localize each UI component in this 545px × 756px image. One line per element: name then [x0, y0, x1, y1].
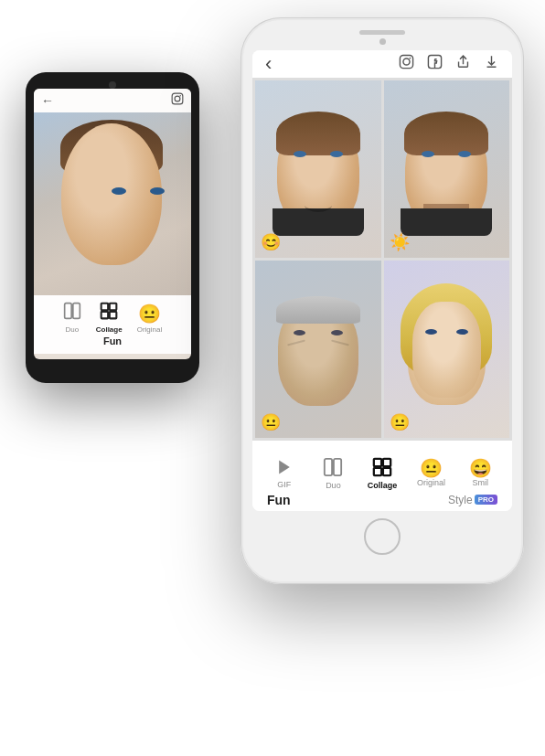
android-back-icon[interactable]: ←	[41, 93, 54, 108]
svg-rect-9	[400, 55, 412, 68]
iphone-duo-icon	[323, 457, 343, 480]
old-man-face	[278, 301, 358, 406]
iphone-smile-icon: 😄	[469, 459, 492, 477]
pro-badge: PRO	[475, 495, 497, 505]
iphone-back-button[interactable]: ‹	[265, 52, 272, 76]
iphone-bottom-nav: Fun Style PRO	[260, 493, 505, 507]
android-phone: ←	[26, 72, 199, 383]
android-duo-label: Duo	[65, 325, 79, 334]
android-screen: ←	[34, 89, 191, 359]
young-man-smiling-face	[277, 119, 359, 229]
android-original-icon: 😐	[138, 303, 161, 325]
iphone-tab-gif[interactable]: GIF	[265, 458, 304, 489]
iphone-original-icon: 😐	[420, 459, 443, 477]
svg-rect-6	[110, 303, 117, 311]
iphone-gif-icon	[275, 458, 294, 479]
iphone-gif-label: GIF	[277, 480, 291, 489]
grid-cell-4: 😐	[384, 261, 510, 438]
svg-rect-19	[383, 467, 390, 474]
iphone-top-icons	[399, 54, 499, 73]
iphone-tab-collage[interactable]: Collage	[363, 457, 401, 490]
iphone-camera	[379, 38, 386, 45]
android-fun-title: Fun	[103, 335, 122, 346]
cell2-emoji: ☀️	[390, 232, 410, 252]
iphone-style-section: Style PRO	[448, 494, 497, 506]
android-top-bar: ←	[34, 89, 191, 112]
svg-rect-0	[172, 93, 183, 104]
iphone-image-grid: 😊 ☀️	[252, 78, 512, 441]
iphone-status-bar: ‹	[252, 50, 512, 78]
svg-point-2	[180, 95, 181, 96]
iphone-home-button[interactable]	[364, 518, 401, 555]
iphone-instagram-icon[interactable]	[399, 54, 414, 73]
android-tab-collage[interactable]: Collage	[96, 302, 123, 334]
svg-marker-13	[279, 460, 290, 474]
iphone-share-icon[interactable]	[455, 54, 471, 73]
iphone-fun-label: Fun	[267, 493, 291, 507]
svg-rect-18	[374, 467, 381, 474]
iphone-style-text: Style	[448, 494, 473, 506]
svg-rect-17	[383, 458, 390, 465]
svg-rect-3	[64, 303, 71, 319]
iphone-download-icon[interactable]	[484, 54, 499, 73]
iphone-tab-smile[interactable]: 😄 Smil	[461, 459, 499, 487]
svg-point-1	[175, 96, 180, 101]
iphone-duo-label: Duo	[326, 481, 341, 490]
woman-face	[408, 297, 486, 405]
iphone-smile-label: Smil	[472, 478, 488, 487]
android-collage-label: Collage	[96, 325, 123, 334]
svg-rect-4	[73, 303, 80, 319]
svg-point-11	[410, 58, 411, 59]
svg-rect-5	[102, 303, 109, 311]
iphone-collage-label: Collage	[368, 481, 398, 490]
android-tab-duo[interactable]: Duo	[63, 302, 81, 334]
iphone-original-label: Original	[417, 478, 445, 487]
android-duo-icon	[63, 302, 81, 325]
iphone-tabs-row: GIF Duo	[260, 457, 505, 490]
iphone-collage-icon	[372, 457, 392, 480]
cell3-emoji: 😐	[261, 412, 281, 432]
scene: ←	[16, 17, 529, 740]
android-instagram-icon[interactable]	[171, 92, 184, 108]
iphone-tab-original[interactable]: 😐 Original	[412, 459, 451, 487]
grid-cell-1: 😊	[255, 80, 381, 258]
grid-cell-3: 😐	[255, 261, 381, 438]
android-bottom-bar: Duo Collage	[34, 295, 191, 354]
iphone: ‹	[240, 17, 524, 584]
iphone-speaker	[359, 30, 405, 35]
iphone-screen: ‹	[252, 50, 512, 511]
svg-point-10	[403, 59, 410, 65]
android-original-label: Original	[137, 325, 163, 334]
android-collage-icon	[100, 302, 118, 325]
svg-rect-16	[374, 458, 381, 465]
young-man-beard-face	[405, 119, 487, 229]
cell1-emoji: 😊	[261, 232, 281, 252]
android-camera	[109, 81, 116, 89]
iphone-bottom-area: GIF Duo	[252, 452, 512, 511]
grid-cell-2: ☀️	[384, 80, 510, 258]
iphone-facebook-icon[interactable]	[427, 54, 443, 73]
android-face-photo	[34, 112, 191, 295]
svg-rect-7	[102, 312, 109, 319]
svg-rect-14	[325, 458, 332, 474]
iphone-tab-duo[interactable]: Duo	[314, 457, 352, 490]
cell4-emoji: 😐	[390, 412, 410, 432]
android-tab-original[interactable]: 😐 Original	[137, 303, 163, 334]
svg-rect-8	[110, 312, 117, 319]
svg-rect-15	[334, 458, 341, 474]
